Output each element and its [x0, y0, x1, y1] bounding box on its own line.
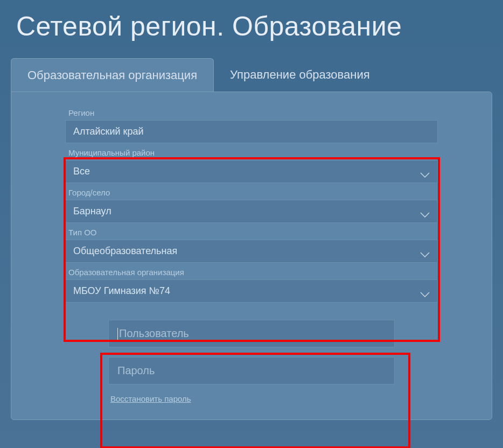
type-label: Тип ОО [65, 225, 438, 240]
city-label: Город/село [65, 185, 438, 200]
password-placeholder: Пароль [117, 365, 155, 377]
type-value: Общеобразовательная [73, 246, 177, 257]
chevron-down-icon [420, 169, 430, 174]
login-form-panel: Регион Алтайский край Муниципальный райо… [11, 92, 492, 420]
chevron-down-icon [420, 209, 430, 214]
username-input[interactable]: Пользователь [108, 320, 395, 347]
org-value: МБОУ Гимназия №74 [73, 285, 170, 297]
org-select[interactable]: МБОУ Гимназия №74 [65, 279, 438, 303]
chevron-down-icon [420, 289, 430, 294]
chevron-down-icon [420, 249, 430, 254]
district-select[interactable]: Все [65, 160, 438, 183]
restore-password-link[interactable]: Восстановить пароль [108, 394, 395, 403]
text-cursor [117, 328, 118, 340]
region-value: Алтайский край [73, 126, 144, 137]
district-label: Муниципальный район [65, 145, 438, 160]
tabs-bar: Образовательная организация Управление о… [0, 58, 503, 92]
district-value: Все [73, 166, 90, 177]
region-label: Регион [65, 106, 438, 120]
region-readonly: Алтайский край [65, 120, 438, 143]
page-title: Сетевой регион. Образование [0, 0, 503, 58]
city-value: Барнаул [73, 206, 111, 217]
tab-education-management[interactable]: Управление образования [214, 58, 386, 92]
tab-educational-org[interactable]: Образовательная организация [11, 58, 214, 92]
org-label: Образовательная организация [65, 265, 438, 279]
username-placeholder: Пользователь [119, 327, 189, 340]
type-select[interactable]: Общеобразовательная [65, 240, 438, 263]
city-select[interactable]: Барнаул [65, 200, 438, 223]
password-input[interactable]: Пароль [108, 357, 395, 384]
